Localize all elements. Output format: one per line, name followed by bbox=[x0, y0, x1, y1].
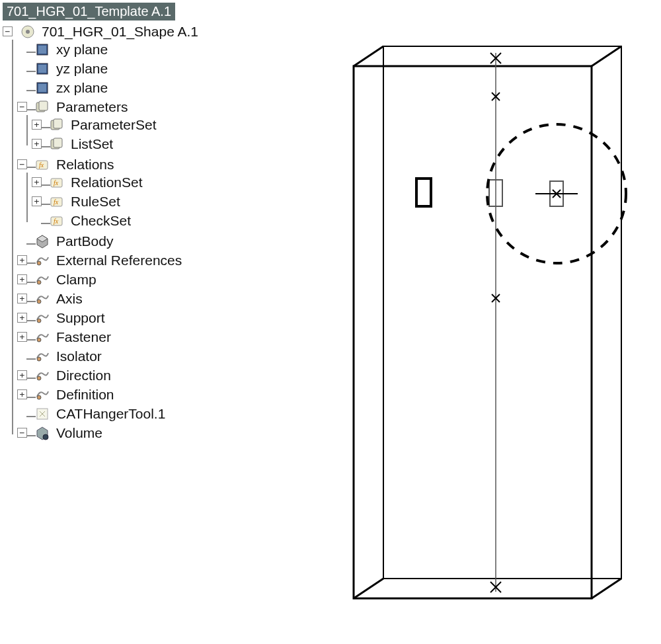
tree-node-label: PartBody bbox=[56, 233, 113, 249]
relation-icon bbox=[50, 214, 64, 228]
tree-node[interactable]: +Clamp bbox=[32, 271, 97, 288]
tree-node[interactable]: +Direction bbox=[32, 367, 111, 383]
tree-node-label: ListSet bbox=[71, 136, 113, 152]
3d-viewport[interactable] bbox=[304, 0, 661, 644]
expander-none bbox=[17, 351, 27, 361]
tree-node-label: Support bbox=[56, 309, 105, 326]
expander-none bbox=[17, 63, 27, 73]
tree-node[interactable]: CheckSet bbox=[46, 212, 131, 229]
geoset-icon bbox=[35, 311, 50, 325]
tree-node[interactable]: CATHangerTool.1 bbox=[32, 405, 165, 422]
expand-icon[interactable]: + bbox=[17, 389, 27, 399]
tree-node-label: Volume bbox=[56, 424, 102, 441]
tree-node-label: Definition bbox=[56, 386, 114, 403]
svg-line-5 bbox=[592, 579, 621, 598]
expander-none bbox=[17, 409, 27, 419]
tree-node[interactable]: +External References bbox=[32, 252, 182, 268]
hanger-icon bbox=[35, 407, 50, 421]
expand-icon[interactable]: + bbox=[17, 332, 27, 342]
expand-icon[interactable]: + bbox=[17, 274, 27, 284]
collapse-icon[interactable]: − bbox=[17, 159, 27, 169]
tree-node[interactable]: +Definition bbox=[32, 386, 114, 403]
tree-node[interactable]: −Parameters bbox=[32, 99, 128, 115]
params-icon bbox=[50, 118, 64, 132]
plane-icon bbox=[35, 61, 50, 76]
body-icon bbox=[35, 234, 50, 249]
tree-node-label: RuleSet bbox=[71, 193, 120, 210]
tree-node[interactable]: +Axis bbox=[32, 290, 83, 307]
tree-node-label: CheckSet bbox=[71, 212, 131, 229]
geoset-icon bbox=[35, 330, 50, 344]
svg-rect-0 bbox=[354, 66, 592, 598]
tree-node-label: Isolator bbox=[56, 348, 102, 364]
tree-node-label: 701_HGR_01_Shape A.1 bbox=[42, 23, 198, 40]
svg-rect-1 bbox=[383, 46, 621, 579]
expand-icon[interactable]: + bbox=[32, 177, 42, 187]
expand-icon[interactable]: + bbox=[17, 370, 27, 380]
tree-node[interactable]: yz plane bbox=[32, 60, 108, 77]
geoset-icon bbox=[35, 349, 50, 364]
relation-icon bbox=[50, 194, 64, 209]
tree-node[interactable]: Isolator bbox=[32, 348, 102, 364]
geoset-icon bbox=[35, 253, 50, 268]
geoset-icon bbox=[35, 272, 50, 287]
volume-icon bbox=[35, 426, 50, 440]
tree-node[interactable]: zx plane bbox=[32, 79, 108, 96]
part-icon bbox=[20, 24, 35, 39]
tree-node-label: zx plane bbox=[56, 79, 108, 96]
geoset-icon bbox=[35, 368, 50, 383]
expand-icon[interactable]: + bbox=[17, 313, 27, 323]
tree-node[interactable]: −Volume bbox=[32, 424, 102, 441]
tree-node[interactable]: +ListSet bbox=[46, 136, 113, 152]
tree-node-label: External References bbox=[56, 252, 182, 268]
svg-line-2 bbox=[354, 46, 383, 66]
tree-node-label: ParameterSet bbox=[71, 116, 157, 133]
expand-icon[interactable]: + bbox=[32, 196, 42, 206]
expand-icon[interactable]: + bbox=[32, 139, 42, 149]
tree-node[interactable]: +Support bbox=[32, 309, 105, 326]
svg-line-3 bbox=[592, 46, 621, 66]
ref-plane-right bbox=[535, 181, 578, 206]
tree-node-label: Fastener bbox=[56, 329, 111, 345]
geoset-icon bbox=[35, 292, 50, 306]
tree-node-label: yz plane bbox=[56, 60, 108, 77]
ref-plane-left bbox=[416, 179, 431, 206]
viewport-svg bbox=[304, 0, 661, 635]
tree-node[interactable]: −Relations bbox=[32, 156, 114, 173]
geoset-icon bbox=[35, 387, 50, 402]
plane-icon bbox=[35, 81, 50, 95]
expand-icon[interactable]: + bbox=[17, 294, 27, 303]
relation-icon bbox=[35, 157, 50, 172]
tree-node[interactable]: PartBody bbox=[32, 233, 113, 249]
tree-root-node[interactable]: 701_HGR_01_Template A.1 bbox=[3, 3, 175, 20]
expander-none bbox=[17, 236, 27, 246]
tree-node[interactable]: −701_HGR_01_Shape A.1 bbox=[17, 23, 198, 40]
expand-icon[interactable]: + bbox=[32, 120, 42, 130]
expander-none bbox=[17, 44, 27, 54]
tree-node-label: Clamp bbox=[56, 271, 97, 288]
tree-node-label: Parameters bbox=[56, 99, 128, 115]
tree-node-label: xy plane bbox=[56, 41, 108, 58]
params-icon bbox=[50, 137, 64, 151]
tree-node[interactable]: +RelationSet bbox=[46, 174, 143, 190]
expand-icon[interactable]: + bbox=[17, 255, 27, 265]
tree-node[interactable]: +RuleSet bbox=[46, 193, 120, 210]
tree-root-label: 701_HGR_01_Template A.1 bbox=[7, 4, 171, 19]
collapse-icon[interactable]: − bbox=[3, 26, 13, 36]
specification-tree[interactable]: 701_HGR_01_Template A.1 −701_HGR_01_Shap… bbox=[0, 0, 304, 644]
svg-line-4 bbox=[354, 579, 383, 598]
params-icon bbox=[35, 100, 50, 114]
expander-none bbox=[32, 216, 42, 225]
tree-node-label: Direction bbox=[56, 367, 111, 383]
tree-node[interactable]: xy plane bbox=[32, 41, 108, 58]
plane-icon bbox=[35, 42, 50, 57]
tree-node-label: RelationSet bbox=[71, 174, 143, 190]
tree-node[interactable]: +Fastener bbox=[32, 329, 111, 345]
tree-node[interactable]: +ParameterSet bbox=[46, 116, 157, 133]
expander-none bbox=[17, 83, 27, 93]
tree-node-label: CATHangerTool.1 bbox=[56, 405, 165, 422]
collapse-icon[interactable]: − bbox=[17, 428, 27, 438]
tree-node-label: Axis bbox=[56, 290, 83, 307]
relation-icon bbox=[50, 175, 64, 190]
collapse-icon[interactable]: − bbox=[17, 102, 27, 112]
